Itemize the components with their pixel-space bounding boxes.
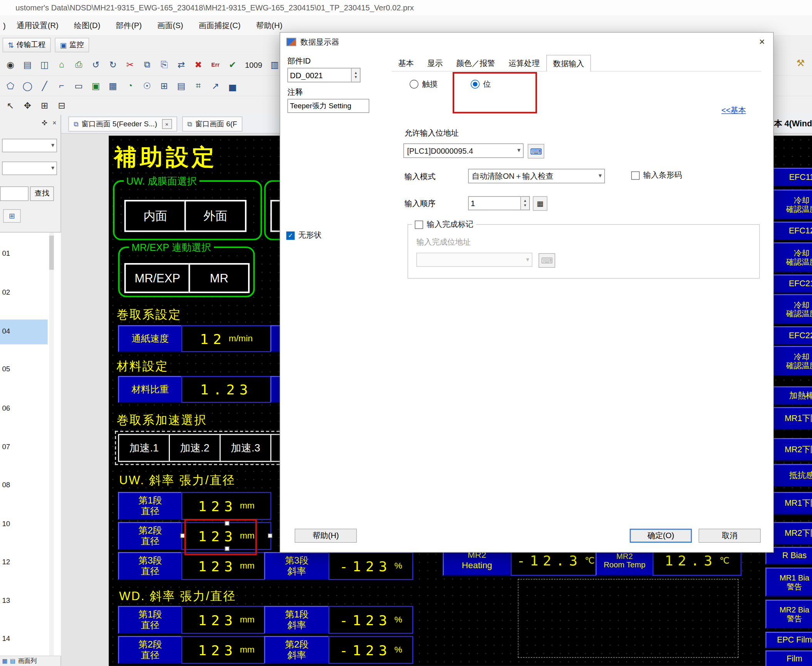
outer-face-button[interactable]: 外面	[185, 200, 247, 232]
hmi-button-heater-rod[interactable]: 加熱棒	[773, 386, 812, 405]
input-order-input[interactable]	[468, 196, 521, 210]
zoom-out-icon[interactable]: ↺	[88, 57, 104, 72]
hmi-button-cooling-check[interactable]: 冷却 確認温度	[773, 242, 812, 272]
hmi-button-efc22[interactable]: EFC22	[773, 326, 812, 345]
checkbox-checked-icon[interactable]: ✓	[286, 231, 295, 240]
no-shape-checkbox-row[interactable]: ✓ 无形状	[286, 230, 321, 240]
hmi-screen-title[interactable]: 補助設定	[114, 142, 218, 172]
duplicate-icon[interactable]: ⇄	[173, 57, 189, 72]
wd-stage2-slope-value[interactable]: -123 %	[328, 636, 413, 664]
hmi-button-cooling-check[interactable]: 冷却 確認温度	[773, 294, 812, 324]
hmi-button-efc11[interactable]: EFC11	[773, 168, 812, 186]
ellipse-tool-icon[interactable]: ◯	[20, 78, 35, 94]
tab-close-icon[interactable]: ×	[162, 119, 172, 129]
dialog-title-bar[interactable]: 数据显示器	[280, 33, 773, 51]
select-tool-icon[interactable]: ↖	[3, 98, 18, 114]
zoom-in-icon[interactable]: ↻	[105, 57, 121, 72]
table-part-icon[interactable]: ▦	[105, 78, 121, 94]
window-part-icon[interactable]: ⊞	[156, 78, 172, 94]
material-header[interactable]: 材料設定	[116, 358, 168, 374]
open-project-icon[interactable]: ⌂	[54, 57, 69, 72]
new-screen-icon[interactable]: ▤	[20, 57, 35, 72]
copy-icon[interactable]: ⧉	[139, 57, 155, 72]
wd-slope-header[interactable]: WD. 斜率 張力/直径	[119, 588, 236, 604]
selection-handle[interactable]	[268, 533, 272, 538]
screen-filter-select[interactable]: ▾	[2, 161, 57, 175]
hmi-button-cooling-check[interactable]: 冷却 確認温度	[773, 346, 812, 376]
checkbox-icon[interactable]	[631, 171, 640, 180]
menu-item-screen[interactable]: 画面(S)	[149, 17, 191, 34]
list-item[interactable]: 08	[2, 481, 10, 489]
hmi-button-resistance[interactable]: 抵抗感	[773, 464, 812, 487]
spinner-arrows-icon[interactable]: ▲▼	[352, 68, 361, 82]
tab-window-screen-5[interactable]: ⧉ 窗口画面 5(Feeder S...) ×	[68, 116, 177, 131]
list-item[interactable]: 01	[2, 249, 10, 258]
list-item[interactable]: 10	[2, 519, 10, 528]
panel-close-icon[interactable]: ×	[52, 119, 56, 127]
hmi-button-mr1-lower[interactable]: MR1下限	[773, 492, 812, 515]
find-input[interactable]	[0, 186, 29, 201]
hmi-button-mr2-bias-alarm[interactable]: MR2 Bia 警告	[765, 600, 812, 629]
keypad-grid-icon[interactable]: ▦	[533, 196, 547, 211]
accel-1-button[interactable]: 加速.1	[118, 434, 170, 462]
trend-part-icon[interactable]: ↗	[208, 78, 223, 94]
uw-slope-header[interactable]: UW. 斜率 張力/直径	[119, 472, 235, 488]
delete-icon[interactable]: ✖	[191, 57, 206, 72]
screen-grid-icon[interactable]: ▦	[2, 658, 7, 664]
wd-stage2-value[interactable]: 123 mm	[181, 636, 272, 664]
confirm-icon[interactable]: ✔	[225, 57, 240, 72]
wd-stage2-label[interactable]: 第2段 直径	[118, 636, 183, 664]
touch-radio[interactable]: 触摸	[409, 79, 438, 89]
uw-stage3-value[interactable]: 123 mm	[181, 552, 272, 580]
lamp-part-icon[interactable]: ☉	[139, 78, 155, 94]
monitor-button[interactable]: ▣ 监控	[55, 37, 89, 52]
transfer-project-button[interactable]: ⇅ 传输工程	[3, 37, 51, 52]
bar-graph-part-icon[interactable]: ▅	[225, 78, 240, 94]
dialog-close-icon[interactable]: ×	[759, 36, 765, 48]
options-icon[interactable]: ⚒	[796, 57, 805, 69]
ok-button[interactable]: 确定(O)	[630, 529, 692, 543]
system-icon[interactable]: ◉	[3, 57, 18, 72]
error-check-icon[interactable]: Err	[208, 57, 223, 72]
radio-icon[interactable]	[409, 80, 418, 89]
tree-filter-icon[interactable]: ⊞	[3, 209, 21, 223]
menu-item-help[interactable]: 帮助(H)	[248, 17, 290, 34]
uw-stage3-label[interactable]: 第3段 直径	[118, 552, 183, 580]
uw-stage1-value[interactable]: 123 mm	[181, 492, 272, 520]
paper-speed-value[interactable]: 12 m/min	[181, 325, 272, 352]
menu-item-partial[interactable]: )	[0, 17, 9, 34]
bottom-tab-label[interactable]: 画面列	[18, 657, 37, 666]
barcode-checkbox-row[interactable]: 输入条形码	[631, 170, 682, 180]
list-scrollbar[interactable]	[49, 233, 54, 656]
accel-header[interactable]: 巻取系加速選択	[116, 412, 207, 428]
wd-stage2-slope-label[interactable]: 第2段 斜率	[264, 636, 329, 664]
menu-item-draw[interactable]: 绘图(D)	[66, 17, 108, 34]
tree-expand-icon[interactable]: ⊞	[37, 98, 52, 114]
menu-item-common-settings[interactable]: 通用设置(R)	[9, 17, 66, 34]
winding-header[interactable]: 巻取系設定	[116, 307, 181, 323]
tab-basic[interactable]: 基本	[391, 55, 420, 71]
hmi-button-film[interactable]: Film	[765, 651, 812, 666]
uw-stage1-label[interactable]: 第1段 直径	[118, 492, 183, 520]
list-item[interactable]: 07	[2, 442, 10, 451]
wd-stage1-slope-label[interactable]: 第1段 斜率	[264, 606, 329, 634]
help-button[interactable]: 帮助(H)	[295, 529, 357, 543]
export-icon[interactable]: ⎙	[71, 57, 86, 72]
zoom-value[interactable]: 1009	[242, 60, 265, 69]
hmi-button-mr2-lower[interactable]: MR2下限	[773, 438, 812, 461]
keypad-icon-disabled[interactable]: ⌨	[539, 253, 555, 268]
wd-stage1-label[interactable]: 第1段 直径	[118, 606, 183, 634]
tab-color-alarm[interactable]: 颜色／报警	[450, 55, 502, 71]
list-item[interactable]: 06	[2, 404, 10, 413]
cut-icon[interactable]: ✂	[122, 57, 138, 72]
list-item[interactable]: 05	[2, 364, 10, 373]
part-id-input[interactable]	[287, 68, 352, 82]
menu-item-parts[interactable]: 部件(P)	[108, 17, 150, 34]
mr-exp-button[interactable]: MR/EXP	[124, 263, 191, 293]
list-item[interactable]: 14	[2, 634, 10, 643]
list-item-selected[interactable]: 04	[2, 327, 10, 335]
polygon-tool-icon[interactable]: ⬠	[3, 78, 18, 94]
wd-stage1-slope-value[interactable]: -123 %	[328, 606, 413, 634]
cancel-button[interactable]: 取消	[699, 529, 761, 543]
screen-list-tab-icon[interactable]: ▤	[10, 658, 15, 664]
